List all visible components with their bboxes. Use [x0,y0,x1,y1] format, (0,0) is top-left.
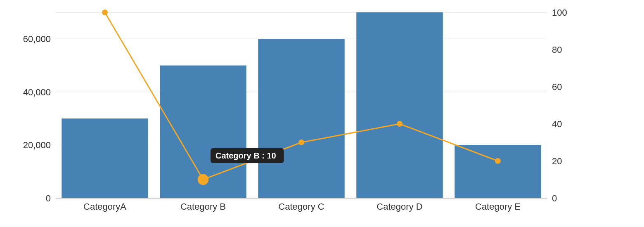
y-left-tick-label: 20,000 [23,140,51,150]
line-point[interactable] [397,121,402,127]
line-point[interactable] [495,158,501,164]
y-right-tick-label: 0 [552,193,557,203]
x-tick-label: Category B [180,201,226,212]
combo-chart: 020,00040,00060,000020406080100CategoryA… [0,0,644,227]
bar[interactable] [455,145,541,198]
y-right-tick-label: 40 [552,119,562,129]
y-left-tick-label: 60,000 [23,34,51,44]
bar[interactable] [356,12,443,198]
y-right-tick-label: 100 [552,7,567,18]
line-point[interactable] [102,9,108,15]
y-right-tick-label: 60 [552,82,562,92]
chart-svg: 020,00040,00060,000020406080100CategoryA… [0,0,644,227]
line-point[interactable] [198,174,208,185]
x-tick-label: Category D [376,201,422,212]
bar[interactable] [258,39,344,198]
y-left-tick-label: 0 [46,193,51,203]
bar[interactable] [62,118,148,198]
tooltip-label: Category B : 10 [215,151,276,160]
y-left-tick-label: 40,000 [23,87,51,97]
y-right-tick-label: 80 [552,45,562,55]
x-tick-label: CategoryA [83,201,126,212]
x-tick-label: Category E [475,201,521,212]
line-point[interactable] [298,140,304,145]
y-right-tick-label: 20 [552,156,562,166]
x-tick-label: Category C [278,201,324,212]
